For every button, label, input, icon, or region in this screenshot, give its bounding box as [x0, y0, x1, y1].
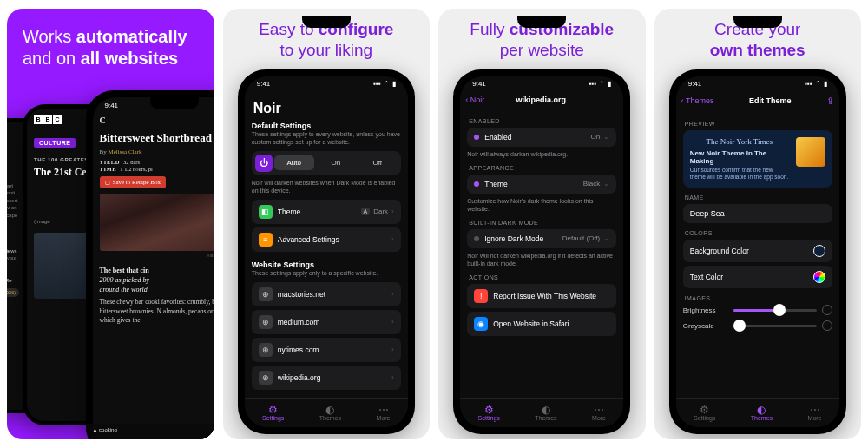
back-button[interactable]: ‹ Noir	[465, 96, 484, 104]
phone-stack: My Books CITY OFTHIEVES During the Nazi …	[7, 78, 214, 439]
default-settings-desc: These settings apply to every website, u…	[252, 130, 401, 146]
mode-off[interactable]: Off	[358, 155, 398, 170]
appearance-group: APPEARANCE	[469, 165, 615, 171]
language-chip[interactable]: English (11,926)	[7, 288, 19, 297]
back-button[interactable]: ‹ Themes	[681, 96, 714, 105]
phone-website-settings: 9:41 ▪▪▪⌃▮ ‹ Noir wikipedia.org ENABLED …	[453, 69, 630, 434]
article: Bittersweet Shortbread By Melissa Clark …	[93, 128, 214, 439]
name-group: NAME	[685, 194, 831, 201]
dot-icon	[474, 236, 479, 241]
site-row[interactable]: ⊕macstories.net›	[252, 282, 401, 306]
tab-settings[interactable]: ⚙Settings	[694, 405, 715, 421]
dot-icon	[474, 181, 479, 187]
tab-settings[interactable]: ⚙Settings	[262, 405, 284, 421]
status-bar: 9:41 ▪▪▪⌃▮	[245, 76, 408, 92]
ignore-desc: Noir will not darken wikipedia.org if it…	[467, 252, 616, 267]
panel-own-themes: Create your own themes 9:41 ▪▪▪⌃▮ ‹ Them…	[654, 9, 862, 439]
enabled-group: ENABLED	[469, 118, 615, 124]
article-headline: Bittersweet Shortbread	[100, 132, 214, 145]
tab-more[interactable]: ⋯More	[377, 405, 391, 421]
theme-desc: Customize how Noir's dark theme looks on…	[467, 197, 616, 213]
clock: 9:41	[257, 80, 271, 88]
tab-themes[interactable]: ◐Themes	[751, 405, 773, 421]
status-bar: 9:41 ▪▪▪⌃▮	[93, 97, 214, 113]
advanced-settings-row[interactable]: ≡ Advanced Settings ›	[252, 227, 401, 252]
nav-bar: ‹ Noir wikipedia.org	[460, 92, 623, 108]
theme-row[interactable]: Theme Black ⌄	[467, 175, 616, 194]
gear-icon: ⚙	[262, 405, 284, 415]
article-body: These chewy bar cooki favorites: crumbly…	[100, 298, 214, 326]
clock: 9:41	[472, 80, 486, 88]
globe-icon: ⊕	[259, 343, 273, 357]
tab-themes[interactable]: ◐Themes	[535, 405, 556, 421]
color-swatch[interactable]	[813, 245, 825, 257]
mode-segmented-control[interactable]: ⏻ Auto On Off	[252, 151, 401, 175]
chevron-updown-icon: ⌄	[603, 133, 609, 141]
gear-icon: ⚙	[694, 405, 715, 415]
exclamation-icon: !	[474, 289, 488, 303]
reset-icon[interactable]	[822, 320, 832, 331]
byline-link[interactable]: Melissa Clark	[108, 148, 141, 155]
grayscale-slider[interactable]: Grayscale	[683, 320, 832, 331]
power-icon[interactable]: ⏻	[255, 155, 273, 172]
color-swatch[interactable]	[813, 271, 825, 283]
chevron-right-icon: ›	[391, 208, 394, 215]
globe-icon: ⊕	[259, 287, 273, 301]
mode-on[interactable]: On	[316, 155, 356, 170]
open-safari-row[interactable]: ◉ Open Website in Safari	[467, 312, 616, 336]
save-recipe-button[interactable]: ◻Save to Recipe Box	[100, 176, 166, 188]
text-color-row[interactable]: Text Color	[683, 266, 832, 288]
report-issue-row[interactable]: ! Report Issue With This Website	[467, 284, 616, 308]
tab-more[interactable]: ⋯More	[808, 405, 822, 421]
nav-title: Edit Theme	[749, 96, 792, 105]
share-button[interactable]: ⇪	[826, 96, 834, 107]
actions-group: ACTIONS	[469, 274, 615, 280]
phone-front-recipe: 9:41 ▪▪▪⌃▮ C Bittersweet Shortbread By M…	[86, 90, 214, 439]
site-row[interactable]: ⊕wikipedia.org›	[252, 366, 401, 390]
preview-masthead: The Noir York Times	[690, 137, 789, 146]
globe-icon: ⊕	[259, 371, 273, 385]
brightness-slider[interactable]: Brightness	[683, 305, 832, 315]
theme-preview-card: The Noir York Times New Noir Theme In Th…	[683, 130, 832, 188]
phone-settings: 9:41 ▪▪▪⌃▮ Noir Default Settings These s…	[238, 69, 415, 434]
preview-body: Our sources confirm that the new theme w…	[690, 167, 789, 181]
phone-edit-theme: 9:41 ▪▪▪⌃▮ ‹ Themes Edit Theme ⇪ PREVIEW…	[669, 69, 846, 434]
enabled-desc: Noir will always darken wikipedia.org.	[467, 150, 616, 158]
palette-icon: ◐	[751, 405, 773, 415]
colors-group: COLORS	[685, 230, 831, 236]
safari-icon: ◉	[474, 317, 488, 331]
pull-quote: The best that cin 2000 as picked by arou…	[100, 267, 214, 294]
bbc-logo[interactable]: BBC	[34, 115, 62, 124]
website-settings-heading: Website Settings	[252, 260, 401, 269]
clock: 9:41	[688, 80, 702, 88]
panel-per-website: Fully customizable per website 9:41 ▪▪▪⌃…	[438, 9, 646, 439]
panel-configure: Easy to configure to your liking 9:41 ▪▪…	[223, 9, 431, 439]
mode-auto[interactable]: Auto	[274, 155, 314, 170]
site-row[interactable]: ⊕medium.com›	[252, 310, 401, 334]
nav-bar: ‹ Themes Edit Theme ⇪	[676, 92, 839, 110]
tab-bar: ⚙Settings ◐Themes ⋯More	[460, 398, 623, 427]
tab-bar: ⚙Settings ◐Themes ⋯More	[676, 398, 839, 427]
ignore-dark-mode-row[interactable]: Ignore Dark Mode Default (Off) ⌄	[467, 229, 616, 248]
images-group: IMAGES	[685, 295, 831, 301]
panel1-title: Works automatically and on all websites	[7, 19, 214, 69]
palette-icon: ◐	[319, 405, 341, 415]
tab-settings[interactable]: ⚙Settings	[477, 405, 499, 421]
section-pill[interactable]: CULTURE	[34, 138, 76, 148]
status-bar: 9:41 ▪▪▪⌃▮	[460, 76, 623, 92]
palette-icon: ◐	[535, 405, 556, 415]
theme-row[interactable]: ◧ Theme A Dark ›	[252, 200, 401, 224]
panel-works-automatically: Works automatically and on all websites …	[7, 9, 214, 439]
chevron-right-icon: ›	[391, 235, 394, 243]
tab-more[interactable]: ⋯More	[592, 405, 606, 421]
reset-icon[interactable]	[822, 305, 832, 315]
nav-title: wikipedia.org	[516, 96, 567, 104]
theme-name-input[interactable]: Deep Sea	[683, 204, 832, 223]
tab-themes[interactable]: ◐Themes	[319, 405, 341, 421]
recipe-photo	[100, 194, 214, 251]
palette-icon: ◧	[259, 205, 273, 219]
site-row[interactable]: ⊕nytimes.com›	[252, 338, 401, 362]
background-color-row[interactable]: Background Color	[683, 240, 832, 262]
enabled-row[interactable]: Enabled On ⌄	[467, 128, 616, 147]
dot-icon	[474, 135, 479, 140]
